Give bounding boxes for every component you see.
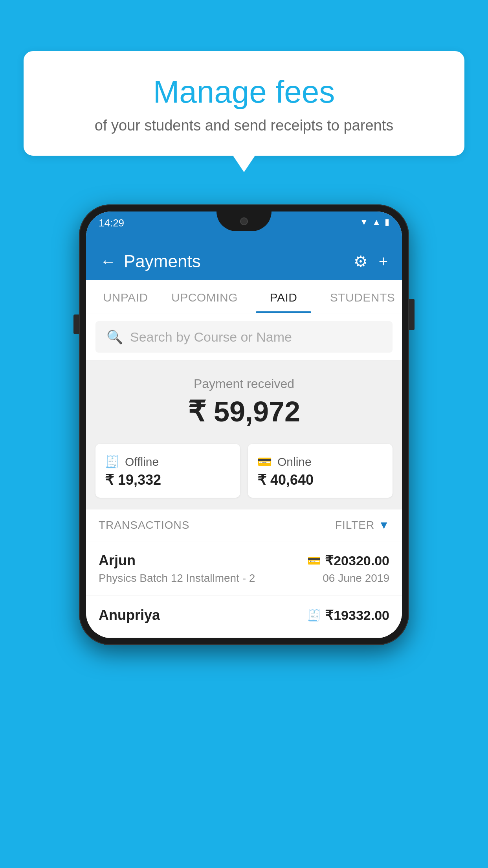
transaction-bottom-row: Physics Batch 12 Installment - 2 06 June…	[99, 572, 389, 585]
tab-students[interactable]: STUDENTS	[323, 280, 402, 313]
online-amount: ₹ 40,640	[257, 472, 314, 488]
tab-upcoming[interactable]: UPCOMING	[165, 280, 244, 313]
filter-icon: ▼	[378, 519, 389, 531]
transaction-name-2: Anupriya	[99, 607, 160, 623]
app-header: ← Payments ⚙ +	[86, 243, 402, 280]
settings-icon[interactable]: ⚙	[354, 252, 368, 270]
header-left: ← Payments	[100, 252, 201, 271]
filter-label: FILTER	[335, 519, 374, 531]
offline-amount: ₹ 19,332	[105, 472, 161, 488]
online-icon: 💳	[257, 455, 272, 469]
header-right: ⚙ +	[354, 252, 388, 270]
online-card: 💳 Online ₹ 40,640	[248, 444, 393, 498]
status-icons: ▼ ▲ ▮	[360, 217, 389, 227]
offline-card-header: 🧾 Offline	[105, 455, 159, 469]
transaction-top-row: Arjun 💳 ₹20320.00	[99, 552, 389, 569]
payment-cards: 🧾 Offline ₹ 19,332 💳 Online ₹ 40,640	[86, 440, 402, 509]
transaction-item-arjun[interactable]: Arjun 💳 ₹20320.00 Physics Batch 12 Insta…	[86, 541, 402, 596]
signal-icon: ▲	[372, 217, 381, 227]
bubble-title: Manage fees	[55, 75, 433, 109]
bubble-subtitle: of your students and send receipts to pa…	[55, 117, 433, 134]
search-container: 🔍 Search by Course or Name	[86, 313, 402, 361]
transaction-date: 06 June 2019	[323, 572, 389, 585]
speech-bubble: Manage fees of your students and send re…	[24, 51, 464, 156]
phone-screen: 14:29 ▼ ▲ ▮ ← Payments ⚙ +	[86, 211, 402, 638]
camera	[240, 217, 248, 225]
transactions-header: TRANSACTIONS FILTER ▼	[86, 509, 402, 541]
offline-card: 🧾 Offline ₹ 19,332	[95, 444, 240, 498]
offline-label: Offline	[125, 455, 159, 469]
transaction-amount-2: ₹19332.00	[325, 607, 389, 623]
tabs-bar: UNPAID UPCOMING PAID STUDENTS	[86, 280, 402, 313]
phone-mockup: 14:29 ▼ ▲ ▮ ← Payments ⚙ +	[79, 204, 409, 645]
transaction-amount-row: 💳 ₹20320.00	[307, 553, 389, 568]
transaction-name: Arjun	[99, 552, 136, 569]
back-button[interactable]: ←	[100, 253, 116, 270]
payment-mode-icon: 💳	[307, 554, 321, 567]
transaction-course: Physics Batch 12 Installment - 2	[99, 572, 255, 585]
transaction-amount: ₹20320.00	[325, 553, 389, 568]
tab-paid[interactable]: PAID	[244, 280, 323, 313]
payment-received-section: Payment received ₹ 59,972	[86, 361, 402, 440]
transaction-item-anupriya[interactable]: Anupriya 🧾 ₹19332.00	[86, 596, 402, 638]
wifi-icon: ▼	[360, 217, 368, 227]
status-bar: 14:29 ▼ ▲ ▮	[86, 211, 402, 243]
search-placeholder: Search by Course or Name	[130, 329, 292, 345]
notch	[216, 211, 272, 231]
transaction-amount-row-2: 🧾 ₹19332.00	[307, 607, 389, 623]
transaction-top-row-2: Anupriya 🧾 ₹19332.00	[99, 607, 389, 623]
payment-mode-icon-2: 🧾	[307, 609, 321, 622]
battery-icon: ▮	[385, 217, 389, 227]
payment-received-amount: ₹ 59,972	[86, 395, 402, 428]
add-icon[interactable]: +	[379, 253, 388, 270]
offline-icon: 🧾	[105, 455, 119, 469]
status-time: 14:29	[99, 217, 124, 229]
tab-unpaid[interactable]: UNPAID	[86, 280, 165, 313]
online-card-header: 💳 Online	[257, 455, 312, 469]
search-icon: 🔍	[106, 329, 123, 345]
payment-received-label: Payment received	[86, 377, 402, 391]
header-title: Payments	[124, 252, 201, 271]
phone-outer: 14:29 ▼ ▲ ▮ ← Payments ⚙ +	[79, 204, 409, 645]
online-label: Online	[277, 455, 312, 469]
transactions-label: TRANSACTIONS	[99, 519, 189, 531]
speech-bubble-container: Manage fees of your students and send re…	[24, 51, 464, 156]
filter-button[interactable]: FILTER ▼	[335, 519, 389, 531]
search-box[interactable]: 🔍 Search by Course or Name	[95, 321, 393, 353]
